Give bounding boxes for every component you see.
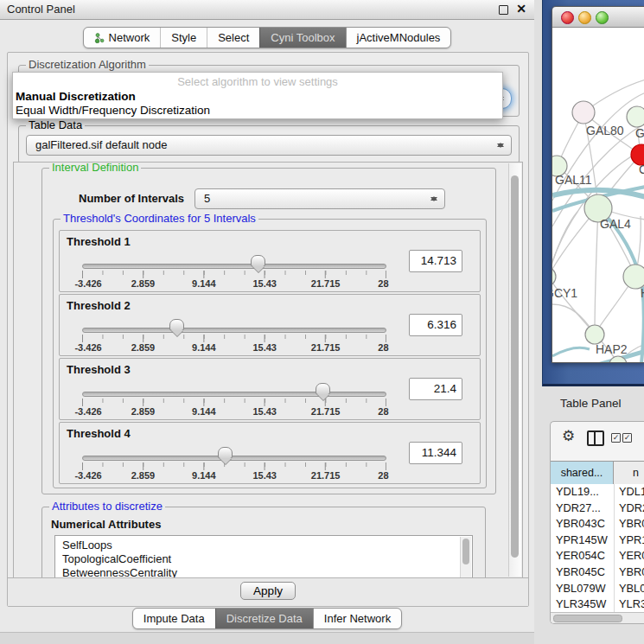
table-row[interactable]: YDL19... YDL1 <box>551 484 644 501</box>
num-intervals-label: Number of Intervals <box>79 192 184 205</box>
control-panel-titlebar: Control Panel ✕ <box>0 0 534 20</box>
apply-strip: Apply <box>8 577 528 606</box>
column-header-shared-name[interactable]: shared... <box>551 462 614 484</box>
list-scrollbar[interactable] <box>460 537 471 578</box>
table-row[interactable]: YLR345W YLR3 <box>551 596 644 613</box>
float-window-icon[interactable] <box>499 5 508 15</box>
control-panel-window: Control Panel ✕ Network Style <box>0 0 534 633</box>
combo-arrows-icon <box>430 193 437 205</box>
attributes-group: Attributes to discretize Numerical Attri… <box>41 507 486 578</box>
threshold-4-slider-thumb[interactable] <box>218 447 233 459</box>
list-item[interactable]: SelfLoops <box>55 536 472 552</box>
tab-select[interactable]: Select <box>207 28 259 48</box>
table-data-group: Table Data galFiltered.sif default node <box>18 125 520 163</box>
table-row[interactable]: YBR043C YBR0 <box>551 516 644 532</box>
interval-definition-group: Interval Definition Number of Intervals … <box>41 168 496 494</box>
list-item[interactable]: TopologicalCoefficient <box>55 552 472 566</box>
network-canvas[interactable]: GAL80 GA C GAL11 GAL4 GCY1 H HAP2 <box>552 28 644 363</box>
node-label: C <box>639 163 644 176</box>
discretization-algorithm-title: Discretization Algorithm <box>26 59 149 71</box>
slider-ticks <box>82 335 386 342</box>
threshold-4-card: Threshold 4 -3.426 2.859 9.144 15.43 <box>59 422 481 484</box>
table-horizontal-scrollbar[interactable] <box>551 612 644 623</box>
tab-jactivemnodules[interactable]: jActiveMNodules <box>346 28 451 48</box>
node-label: GA <box>635 126 644 140</box>
thresholds-group: Threshold's Coordinates for 5 Intervals … <box>53 219 487 488</box>
table-panel: ⚙ ✓ ✓ shared... n YDL19... YDL1 YDR27...… <box>550 421 644 624</box>
threshold-3-slider[interactable] <box>82 392 386 397</box>
threshold-2-value-field[interactable]: 6.316 <box>409 314 462 336</box>
apply-button[interactable]: Apply <box>240 582 296 600</box>
table-row[interactable]: YDR27... YDR2 <box>551 501 644 517</box>
bottom-tab-bar: Impute Data Discretize Data Infer Networ… <box>132 608 402 629</box>
threshold-1-card: Threshold 1 -3.426 2.859 9.144 15.43 <box>59 230 481 292</box>
slider-ticks <box>82 399 386 406</box>
node-label: HAP2 <box>596 342 628 356</box>
thresholds-group-title: Threshold's Coordinates for 5 Intervals <box>61 213 258 225</box>
tab-discretize-data[interactable]: Discretize Data <box>215 609 313 628</box>
threshold-3-slider-thumb[interactable] <box>316 383 330 395</box>
settings-scroll-area: Interval Definition Number of Intervals … <box>13 162 523 578</box>
node-h-partial[interactable] <box>623 265 644 289</box>
table-header-row: shared... n <box>551 461 644 485</box>
node-label: H <box>641 286 644 300</box>
table-row[interactable]: YBL079W YBL0 <box>551 581 644 597</box>
slider-scale: -3.426 2.859 9.144 15.43 21.715 28 <box>82 406 386 417</box>
node-label: GAL11 <box>555 173 592 187</box>
network-icon <box>94 33 105 43</box>
threshold-3-value-field[interactable]: 21.4 <box>409 378 462 400</box>
top-tab-bar: Network Style Select Cyni Toolbox jActiv… <box>83 27 452 48</box>
threshold-2-slider[interactable] <box>82 328 386 333</box>
node-label: GCY1 <box>552 286 577 300</box>
close-traffic-light-icon[interactable] <box>561 11 574 24</box>
num-intervals-combobox[interactable]: 5 <box>194 188 445 209</box>
slider-scale: -3.426 2.859 9.144 15.43 21.715 28 <box>82 278 386 289</box>
column-header-name[interactable]: n <box>614 462 644 484</box>
table-row[interactable]: YBR045C YBR0 <box>551 564 644 581</box>
numerical-attributes-label: Numerical Attributes <box>51 518 161 531</box>
algorithm-placeholder: Select algorithm to view settings <box>13 75 502 88</box>
tab-network-label: Network <box>109 31 150 44</box>
screen: Control Panel ✕ Network Style <box>0 0 644 644</box>
settings-scrollbar[interactable] <box>508 163 521 577</box>
node-ga-partial[interactable] <box>627 106 644 127</box>
minimize-traffic-light-icon[interactable] <box>578 11 591 24</box>
table-data-combobox[interactable]: galFiltered.sif default node <box>26 135 512 156</box>
menu-item-manual-discretization[interactable]: Manual Discretization <box>16 90 136 103</box>
node-label: GAL4 <box>600 217 631 231</box>
tab-style[interactable]: Style <box>160 28 207 48</box>
close-icon[interactable]: ✕ <box>516 2 526 16</box>
algorithm-dropdown-popup: Select algorithm to view settings Manual… <box>12 72 503 119</box>
checkbox-icon[interactable]: ✓ <box>611 433 621 443</box>
threshold-4-slider[interactable] <box>82 456 386 461</box>
interval-definition-title: Interval Definition <box>49 162 141 174</box>
node-gal80[interactable] <box>572 101 595 124</box>
tab-impute-data[interactable]: Impute Data <box>133 609 215 628</box>
threshold-4-value-field[interactable]: 11.344 <box>409 442 462 464</box>
threshold-1-slider-thumb[interactable] <box>251 255 265 267</box>
threshold-1-slider[interactable] <box>82 264 386 269</box>
threshold-1-value-field[interactable]: 14.713 <box>409 250 462 272</box>
attributes-listbox: SelfLoops TopologicalCoefficient Between… <box>54 535 473 578</box>
network-graph: GAL80 GA C GAL11 GAL4 GCY1 H HAP2 <box>552 28 644 363</box>
threshold-2-card: Threshold 2 -3.426 2.859 9.144 15.43 <box>59 294 481 356</box>
table-row[interactable]: YPR145W YPR1 <box>551 532 644 549</box>
threshold-3-card: Threshold 3 -3.426 2.859 9.144 15.43 <box>59 358 481 420</box>
tab-network[interactable]: Network <box>84 28 161 48</box>
menu-item-equal-width-frequency[interactable]: Equal Width/Frequency Discretization <box>16 104 210 117</box>
node-label: GAL80 <box>586 124 624 137</box>
list-item[interactable]: BetweennessCentrality <box>55 566 472 578</box>
node-gcy1[interactable] <box>552 267 556 286</box>
table-row[interactable]: YER054C YER0 <box>551 548 644 564</box>
threshold-2-slider-thumb[interactable] <box>169 319 184 331</box>
columns-icon[interactable] <box>587 430 604 446</box>
slider-ticks <box>82 462 386 470</box>
gear-icon[interactable]: ⚙ <box>562 427 575 445</box>
cyni-toolbox-panel: Discretization Algorithm Select algorith… <box>7 52 529 607</box>
zoom-traffic-light-icon[interactable] <box>596 11 609 24</box>
table-body: YDL19... YDL1 YDR27... YDR2 YBR043C YBR0… <box>551 484 644 613</box>
checkbox-icon[interactable]: ✓ <box>622 433 632 443</box>
node-hap2[interactable] <box>585 325 604 344</box>
tab-cyni-toolbox[interactable]: Cyni Toolbox <box>259 28 345 48</box>
tab-infer-network[interactable]: Infer Network <box>313 609 401 628</box>
